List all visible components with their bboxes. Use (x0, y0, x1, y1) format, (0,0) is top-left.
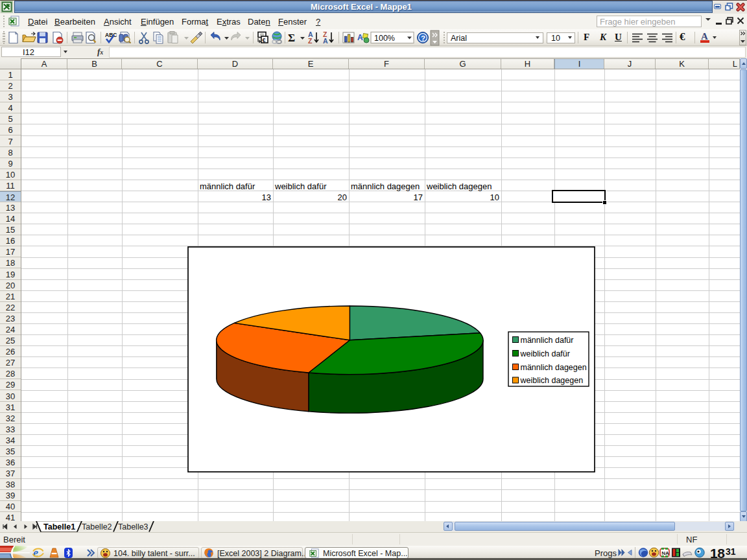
svg-text:A: A (323, 37, 328, 45)
svg-text:?: ? (421, 34, 425, 42)
svg-text:Tabelle2: Tabelle2 (82, 522, 112, 531)
svg-text:100%: 100% (374, 34, 395, 43)
svg-text:Tabelle1: Tabelle1 (43, 522, 75, 531)
svg-text:männlich dafür: männlich dafür (521, 336, 574, 345)
svg-text:A: A (357, 33, 363, 42)
svg-text:männlich dagegen: männlich dagegen (521, 363, 587, 372)
svg-text:weiblich dafür: weiblich dafür (520, 349, 570, 358)
svg-text:Z: Z (308, 37, 313, 45)
svg-text:NA: NA (661, 550, 669, 556)
svg-text:Σ: Σ (288, 32, 295, 44)
svg-text:weiblich dagegen: weiblich dagegen (520, 376, 584, 385)
svg-text:ABC: ABC (105, 32, 117, 38)
svg-text:€: € (263, 37, 266, 43)
svg-text:Tabelle3: Tabelle3 (118, 522, 148, 531)
